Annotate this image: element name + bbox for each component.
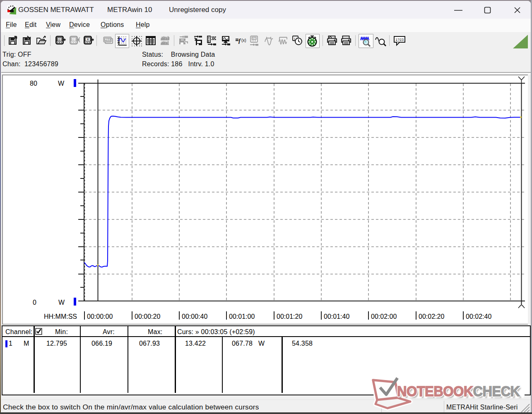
svg-text:W: W — [58, 299, 65, 306]
svg-text:f: f — [238, 37, 241, 44]
svg-text:321: 321 — [57, 38, 63, 41]
svg-text:80: 80 — [30, 80, 37, 87]
svg-text:00:00:40: 00:00:40 — [182, 313, 207, 320]
svg-text:321: 321 — [71, 38, 77, 41]
svg-text:(x): (x) — [241, 38, 246, 43]
svg-text:00:02:00: 00:02:00 — [371, 313, 397, 320]
svg-text:00:01:40: 00:01:40 — [324, 313, 349, 320]
svg-text:321: 321 — [252, 37, 257, 40]
svg-text:HH:MM:SS: HH:MM:SS — [44, 313, 77, 320]
svg-text:1?23: 1?23 — [395, 38, 404, 42]
svg-text:0: 0 — [33, 299, 36, 306]
svg-text:00:00:00: 00:00:00 — [87, 313, 113, 320]
svg-text:M: M — [87, 38, 89, 41]
svg-text:00:02:40: 00:02:40 — [466, 313, 491, 320]
svg-text:1257: 1257 — [104, 38, 111, 41]
svg-text:00:00:20: 00:00:20 — [135, 313, 160, 320]
svg-text:W: W — [58, 80, 65, 87]
svg-text:00:01:20: 00:01:20 — [277, 313, 302, 320]
svg-text:00:01:00: 00:01:00 — [229, 313, 255, 320]
svg-text:00:02:20: 00:02:20 — [419, 313, 444, 320]
